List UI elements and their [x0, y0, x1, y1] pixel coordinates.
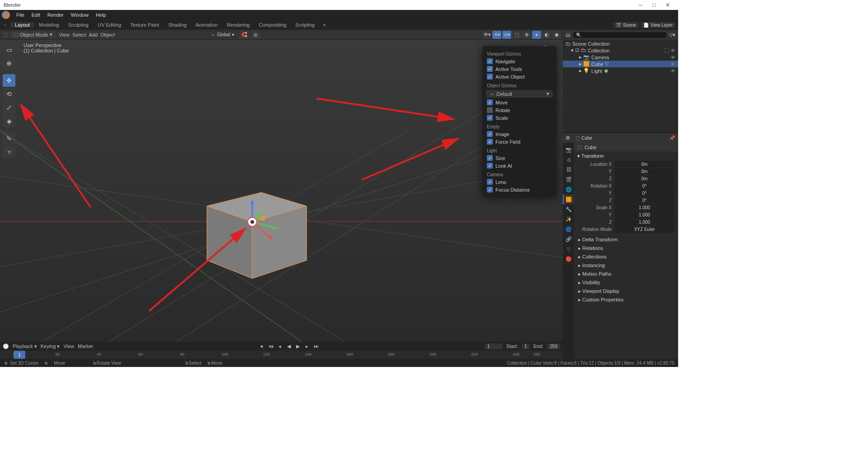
menu-file[interactable]: File [13, 12, 28, 18]
outliner-cube[interactable]: ▸ 🟧 Cube ▽👁 [563, 61, 678, 67]
tab-shading[interactable]: Shading [164, 22, 191, 28]
orientation-selector[interactable]: ↔ Global ▾ [208, 32, 237, 38]
menu-help[interactable]: Help [92, 12, 110, 18]
gizmo-size[interactable]: ✓Size [482, 154, 557, 162]
panel-relations[interactable]: ▸ Relations [574, 244, 678, 253]
tab-modeling[interactable]: Modeling [34, 22, 64, 28]
gizmo-rotate[interactable]: Rotate [482, 106, 557, 114]
tab-sculpting[interactable]: Sculpting [64, 22, 93, 28]
tl-view[interactable]: View [63, 343, 74, 349]
gizmo-forcefield[interactable]: ✓Force Field [482, 138, 557, 146]
ptab-viewlayer[interactable]: 🖼 [563, 164, 574, 174]
rot-x[interactable]: 0° [614, 183, 675, 189]
overlay-toggle-icon[interactable]: ⊙▾ [502, 31, 511, 39]
panel-motion[interactable]: ▸ Motion Paths [574, 270, 678, 278]
gizmo-move[interactable]: ✓Move [482, 99, 557, 106]
end-frame[interactable]: 250 [547, 343, 560, 349]
panel-delta[interactable]: ▸ Delta Transform [574, 235, 678, 244]
snap-icon[interactable]: 🧲 [240, 31, 249, 39]
tab-layout[interactable]: Layout [10, 22, 34, 28]
start-frame[interactable]: 1 [522, 343, 530, 349]
shading-solid-icon[interactable]: ● [532, 31, 541, 39]
viewport-menu-object[interactable]: Object [100, 32, 115, 38]
ptab-physics[interactable]: 🌀 [563, 224, 574, 234]
scale-y[interactable]: 1.000 [614, 212, 675, 218]
loc-z[interactable]: 0m [614, 175, 675, 182]
outliner-collection[interactable]: ▾ ☑ 🗀 Collection⛶ 👁 [563, 47, 678, 54]
panel-vpdisplay[interactable]: ▸ Viewport Display [574, 287, 678, 296]
outliner-camera[interactable]: ▸ 📷 Camera👁 [563, 54, 678, 61]
timeline-editor-icon[interactable]: 🕐 [3, 343, 9, 349]
gizmo-lens[interactable]: ✓Lens [482, 178, 557, 186]
ptab-particles[interactable]: ✨ [563, 214, 574, 224]
jump-end-icon[interactable]: ⏭ [312, 343, 320, 350]
viewport-menu-add[interactable]: Add [89, 32, 98, 38]
panel-custom[interactable]: ▸ Custom Properties [574, 296, 678, 304]
play-reverse-icon[interactable]: ◀ [285, 343, 293, 350]
panel-visibility[interactable]: ▸ Visibility [574, 278, 678, 287]
cube-object[interactable] [198, 179, 316, 287]
properties-datablock[interactable]: ⬚ Cube [573, 135, 595, 141]
scene-selector[interactable]: 🎬 Scene [613, 22, 638, 28]
maximize-icon[interactable]: □ [647, 2, 661, 8]
keyframe-prev-icon[interactable]: ◂ [276, 343, 284, 350]
outliner-search[interactable]: 🔍 [573, 32, 666, 38]
menu-window[interactable]: Window [67, 12, 92, 18]
menu-render[interactable]: Render [44, 12, 67, 18]
panel-instancing[interactable]: ▸ Instancing [574, 261, 678, 270]
pin-icon[interactable]: 📌 [669, 135, 675, 141]
scale-z[interactable]: 1.000 [614, 219, 675, 226]
gizmo-navigate[interactable]: ✓Navigate [482, 57, 557, 65]
object-crumb[interactable]: ⬚ Cube [574, 143, 678, 151]
viewlayer-selector[interactable]: 📄 View Layer [641, 22, 675, 28]
ptab-render[interactable]: 📷 [563, 145, 574, 155]
loc-x[interactable]: 0m [614, 161, 675, 168]
jump-start-icon[interactable]: ⏮ [267, 343, 275, 350]
tl-playback[interactable]: Playback ▾ [13, 343, 37, 349]
properties-type-icon[interactable]: ⚙ [566, 135, 570, 141]
mode-selector[interactable]: ⬚ Object Mode ▾ [10, 31, 56, 38]
gizmo-lookat[interactable]: ✓Look At [482, 162, 557, 169]
outliner-light[interactable]: ▸ 💡 Light ◉👁 [563, 67, 678, 74]
scale-x[interactable]: 1.000 [614, 204, 675, 211]
autokey-icon[interactable]: ● [258, 343, 266, 350]
back-icon[interactable]: ← [0, 22, 10, 28]
gizmo-image[interactable]: ✓Image [482, 130, 557, 138]
shading-matprev-icon[interactable]: ◐ [542, 31, 551, 39]
rot-y[interactable]: 0° [614, 190, 675, 197]
proportional-icon[interactable]: ◎ [251, 31, 260, 39]
gizmo-focus[interactable]: ✓Focus Distance [482, 186, 557, 193]
gizmo-toggle-icon[interactable]: ✛▾ [492, 31, 501, 39]
ptab-object[interactable]: 🟧 [563, 194, 574, 204]
gizmo-active-tools[interactable]: ✓Active Tools [482, 65, 557, 73]
outliner-scene-collection[interactable]: 🗀 Scene Collection [563, 41, 678, 47]
selectability-icon[interactable]: 👁▾ [482, 31, 491, 39]
tl-marker[interactable]: Marker [78, 343, 93, 349]
keyframe-next-icon[interactable]: ▸ [303, 343, 311, 350]
add-workspace-icon[interactable]: + [319, 22, 329, 28]
tab-scripting[interactable]: Scripting [291, 22, 319, 28]
menu-edit[interactable]: Edit [28, 12, 44, 18]
minimize-icon[interactable]: ─ [634, 2, 647, 8]
ptab-constraints[interactable]: 🔗 [563, 234, 574, 244]
rot-z[interactable]: 0° [614, 197, 675, 204]
gizmo-active-object[interactable]: ✓Active Object [482, 73, 557, 80]
ptab-output[interactable]: 🖨 [563, 155, 574, 164]
timeline-ruler[interactable]: 1 020406080100120140160180200220240250 [0, 351, 563, 359]
tab-texpaint[interactable]: Texture Paint [126, 22, 164, 28]
ptab-modifier[interactable]: 🔧 [563, 204, 574, 214]
outliner-type-icon[interactable]: 🗂 [566, 32, 571, 38]
ptab-material[interactable]: 🔴 [563, 254, 574, 264]
editor-type-icon[interactable]: ⬚ [3, 32, 7, 38]
transform-panel[interactable]: ▾ Transform [577, 153, 675, 159]
blender-logo-icon[interactable] [2, 11, 10, 19]
rotmode[interactable]: XYZ Euler [614, 226, 675, 233]
gizmo-scale[interactable]: ✓Scale [482, 114, 557, 122]
viewport-menu-select[interactable]: Select [72, 32, 86, 38]
play-icon[interactable]: ▶ [294, 343, 302, 350]
xray-icon[interactable]: ⬚ [512, 31, 521, 39]
tab-rendering[interactable]: Rendering [222, 22, 254, 28]
ptab-world[interactable]: 🌐 [563, 184, 574, 194]
loc-y[interactable]: 0m [614, 168, 675, 175]
tab-animation[interactable]: Animation [191, 22, 222, 28]
